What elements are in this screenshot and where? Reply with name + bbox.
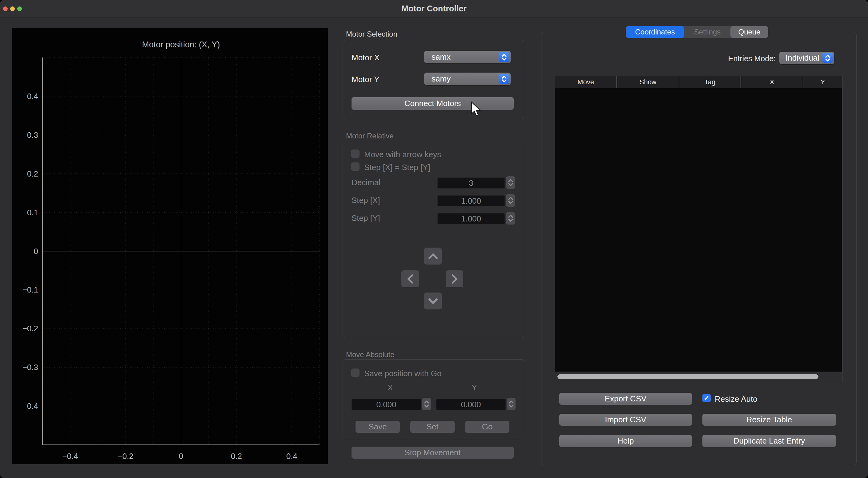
absolute-y-header: Y	[456, 383, 493, 392]
plot-title: Motor position: (X, Y)	[142, 40, 220, 49]
absolute-x-header: X	[372, 383, 409, 392]
absolute-y-stepper[interactable]	[507, 398, 516, 410]
set-button[interactable]: Set	[410, 421, 455, 433]
resize-table-button[interactable]: Resize Table	[703, 414, 836, 426]
x-tick-label: 0	[179, 451, 183, 461]
arrow-left-icon	[406, 273, 414, 285]
y-tick-label: −0.1	[23, 285, 38, 294]
column-header-y[interactable]: Y	[803, 76, 842, 88]
save-position-with-go-label: Save position with Go	[364, 369, 441, 378]
step-x-stepper[interactable]	[506, 194, 515, 207]
step-equal-label: Step [X] = Step [Y]	[364, 163, 430, 172]
updown-chevrons-icon	[823, 53, 833, 63]
motor-y-select[interactable]: samy	[424, 73, 510, 85]
x-tick-label: 0.2	[231, 451, 242, 461]
tab-queue[interactable]: Queue	[731, 26, 768, 38]
duplicate-last-entry-button[interactable]: Duplicate Last Entry	[703, 435, 836, 447]
tab-coordinates[interactable]: Coordinates	[626, 26, 684, 38]
save-button[interactable]: Save	[355, 421, 400, 433]
y-tick-label: −0.3	[23, 363, 38, 372]
step-x-label: Step [X]	[351, 196, 380, 205]
x-tick-label: −0.4	[62, 451, 78, 461]
export-csv-button[interactable]: Export CSV	[559, 393, 692, 405]
y-tick-label: −0.4	[23, 401, 38, 411]
arrow-right-icon	[451, 273, 459, 285]
motor-selection-title: Motor Selection	[346, 30, 397, 38]
window-title: Motor Controller	[0, 0, 868, 18]
y-tick-label: 0.4	[27, 92, 38, 101]
step-y-stepper[interactable]	[506, 212, 515, 225]
column-header-show[interactable]: Show	[617, 76, 679, 88]
app-window: Motor Controller −0.4−0.200.20.40.40.30.…	[0, 0, 868, 478]
x-tick-label: 0.4	[286, 451, 297, 461]
move-right-button[interactable]	[446, 270, 463, 287]
save-position-with-go-checkbox[interactable]	[351, 369, 360, 377]
updown-chevrons-icon	[499, 52, 509, 62]
motor-x-label: Motor X	[351, 53, 379, 62]
move-left-button[interactable]	[401, 270, 419, 287]
motor-x-select[interactable]: samx	[424, 51, 510, 63]
table-header-row: MoveShowTagXY	[555, 76, 842, 89]
motor-position-plot: −0.4−0.200.20.40.40.30.20.10−0.1−0.2−0.3…	[12, 28, 328, 464]
stop-movement-button[interactable]: Stop Movement	[351, 447, 514, 458]
entries-mode-select[interactable]: Individual	[779, 52, 834, 64]
y-tick-label: 0.2	[27, 169, 38, 178]
decimal-label: Decimal	[351, 178, 380, 187]
entries-mode-selected-value: Individual	[785, 52, 819, 64]
arrow-up-icon	[427, 252, 439, 260]
move-up-button[interactable]	[424, 248, 442, 265]
entries-mode-label: Entries Mode:	[689, 54, 776, 63]
plot-canvas: −0.4−0.200.20.40.40.30.20.10−0.1−0.2−0.3…	[12, 28, 328, 464]
motor-x-selected-value: samx	[432, 51, 451, 63]
motor-y-selected-value: samy	[432, 73, 451, 85]
go-button[interactable]: Go	[465, 421, 509, 433]
absolute-x-stepper[interactable]	[422, 398, 431, 410]
motor-y-label: Motor Y	[351, 75, 379, 84]
move-with-arrow-keys-checkbox[interactable]	[351, 149, 360, 158]
column-header-tag[interactable]: Tag	[679, 76, 741, 88]
decimal-input[interactable]: 3	[437, 177, 505, 189]
step-x-input[interactable]: 1.000	[437, 195, 505, 206]
import-csv-button[interactable]: Import CSV	[559, 414, 692, 426]
mouse-cursor	[470, 102, 483, 117]
step-y-label: Step [Y]	[351, 213, 380, 223]
move-with-arrow-keys-label: Move with arrow keys	[364, 150, 441, 159]
decimal-stepper[interactable]	[506, 176, 515, 189]
tab-settings[interactable]: Settings	[684, 26, 731, 38]
x-tick-label: −0.2	[118, 451, 133, 461]
resize-auto-label: Resize Auto	[715, 394, 757, 404]
y-tick-label: −0.2	[23, 324, 38, 333]
table-body[interactable]	[555, 88, 842, 372]
coordinates-table: MoveShowTagXY	[555, 76, 842, 382]
absolute-x-input[interactable]: 0.000	[351, 399, 421, 410]
title-bar: Motor Controller	[0, 0, 868, 18]
column-header-move[interactable]: Move	[555, 76, 617, 88]
absolute-y-input[interactable]: 0.000	[436, 399, 506, 410]
y-tick-label: 0.3	[27, 130, 38, 140]
y-tick-label: 0.1	[27, 208, 38, 217]
y-tick-label: 0	[34, 247, 38, 256]
connect-motors-button[interactable]: Connect Motors	[351, 97, 514, 110]
move-down-button[interactable]	[424, 293, 442, 309]
arrow-down-icon	[427, 297, 439, 305]
horizontal-scrollbar-thumb[interactable]	[557, 374, 818, 379]
step-y-input[interactable]: 1.000	[437, 213, 505, 224]
horizontal-scrollbar[interactable]	[555, 372, 842, 382]
move-absolute-title: Move Absolute	[346, 350, 394, 359]
help-button[interactable]: Help	[559, 435, 692, 447]
motor-relative-title: Motor Relative	[346, 132, 394, 140]
step-equal-checkbox[interactable]	[351, 162, 360, 171]
column-header-x[interactable]: X	[741, 76, 803, 88]
updown-chevrons-icon	[499, 74, 509, 84]
resize-auto-checkbox[interactable]	[703, 394, 711, 402]
